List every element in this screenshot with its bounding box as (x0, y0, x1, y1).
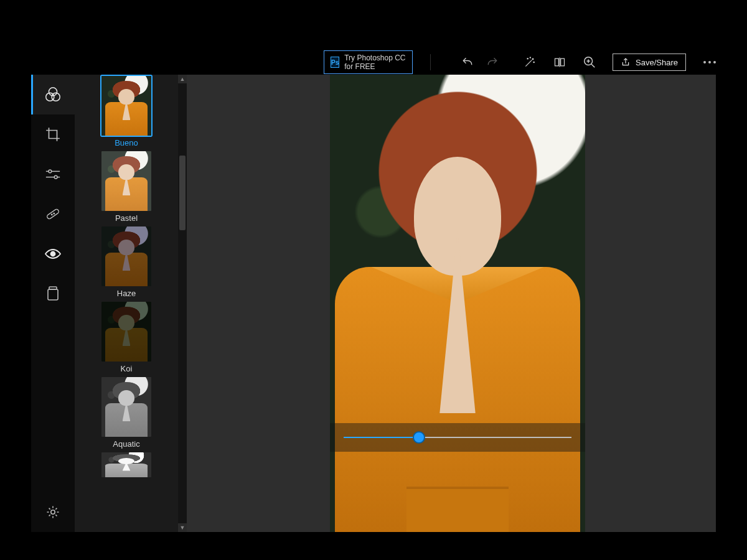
svg-point-2 (533, 62, 534, 62)
filter-label: Bueno (95, 138, 157, 147)
crop-tool[interactable] (31, 114, 75, 154)
bandage-icon (44, 205, 62, 223)
slider-fill (344, 437, 419, 438)
settings-button[interactable] (31, 492, 75, 532)
more-menu-button[interactable] (703, 61, 716, 63)
filter-list: Bueno Pastel Haze Koi (75, 75, 178, 532)
border-tool[interactable] (31, 274, 75, 314)
looks-tool[interactable] (31, 75, 75, 114)
try-photoshop-label: Try Photoshop CC for FREE (344, 54, 406, 71)
svg-line-8 (591, 64, 594, 67)
svg-point-24 (51, 510, 55, 514)
canvas-area (187, 75, 716, 532)
sliders-icon (45, 168, 61, 180)
filter-label: Koi (95, 364, 157, 373)
intensity-slider[interactable] (330, 423, 585, 452)
svg-point-3 (530, 57, 530, 58)
filter-label: Aquatic (95, 439, 157, 449)
svg-rect-4 (555, 58, 559, 66)
svg-point-17 (54, 175, 57, 179)
overlapping-circles-icon (44, 85, 62, 104)
filter-thumb (101, 76, 151, 136)
filter-scrollbar[interactable]: ▲ ▼ (178, 75, 187, 532)
tool-rail (31, 75, 75, 532)
filter-panel: Bueno Pastel Haze Koi (75, 75, 187, 532)
auto-enhance-button[interactable] (523, 55, 537, 69)
svg-rect-5 (561, 58, 565, 66)
photoshop-badge-icon: Ps (331, 57, 339, 68)
zoom-button[interactable] (583, 55, 596, 69)
undo-button[interactable] (461, 55, 474, 69)
filter-thumb (101, 151, 151, 211)
redeye-tool[interactable] (31, 234, 75, 274)
adjustments-tool[interactable] (31, 154, 75, 194)
filter-item[interactable]: Koi (95, 302, 157, 373)
svg-point-19 (51, 214, 52, 215)
save-share-label: Save/Share (636, 58, 678, 67)
scroll-up-button[interactable]: ▲ (178, 75, 187, 83)
svg-point-21 (51, 252, 55, 256)
try-photoshop-button[interactable]: Ps Try Photoshop CC for FREE (324, 50, 413, 74)
flip-button[interactable] (553, 55, 566, 69)
scroll-down-button[interactable]: ▼ (178, 523, 187, 532)
filter-thumb (101, 226, 151, 286)
filter-thumb (101, 377, 151, 437)
svg-rect-18 (46, 208, 59, 220)
scrollbar-thumb[interactable] (179, 156, 186, 230)
svg-point-1 (527, 58, 528, 59)
svg-rect-22 (48, 289, 58, 300)
filter-item[interactable]: Aquatic (95, 377, 157, 449)
save-share-button[interactable]: Save/Share (613, 54, 686, 71)
filter-label: Haze (95, 289, 157, 298)
share-icon (621, 57, 631, 67)
toolbar-separator (430, 54, 431, 70)
main-image[interactable] (330, 75, 585, 532)
eye-icon (44, 248, 62, 260)
svg-rect-23 (49, 287, 57, 289)
crop-icon (45, 126, 61, 142)
svg-point-0 (532, 58, 533, 60)
slider-track[interactable] (344, 437, 571, 438)
filter-item[interactable]: Bueno (95, 76, 157, 147)
filter-thumb (101, 302, 151, 362)
heal-tool[interactable] (31, 194, 75, 234)
filter-label: Pastel (95, 213, 157, 223)
filter-thumb (101, 452, 151, 477)
top-toolbar: Ps Try Photoshop CC for FREE (31, 50, 716, 75)
svg-point-15 (49, 170, 52, 173)
slider-handle[interactable] (413, 431, 425, 444)
gear-icon (45, 505, 60, 520)
jar-icon (46, 286, 60, 302)
svg-point-20 (54, 213, 55, 214)
redo-button[interactable] (486, 55, 499, 69)
filter-item[interactable] (95, 452, 157, 477)
filter-item[interactable]: Pastel (95, 151, 157, 223)
app-window: Ps Try Photoshop CC for FREE (31, 50, 716, 532)
filter-item[interactable]: Haze (95, 226, 157, 298)
